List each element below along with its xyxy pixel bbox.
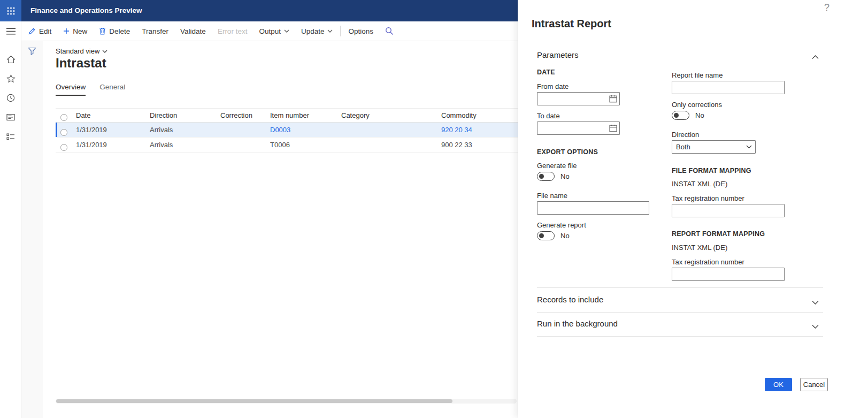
update-menu-label: Update (301, 27, 325, 35)
hamburger-icon (6, 28, 16, 35)
to-date-input[interactable] (537, 121, 620, 135)
output-menu-label: Output (259, 27, 281, 35)
intrastat-report-dialog: ? Intrastat Report Parameters DATE From … (518, 0, 868, 418)
nav-modules-button[interactable] (0, 127, 21, 146)
validate-button[interactable]: Validate (174, 21, 212, 41)
cell-item-number[interactable]: T0006 (270, 138, 290, 153)
report-tax-registration-input[interactable] (672, 268, 785, 281)
toolbar-search-button[interactable] (379, 21, 400, 41)
generate-report-toggle[interactable] (537, 231, 555, 240)
nav-home-button[interactable] (0, 50, 21, 69)
column-header-item-number[interactable]: Item number (270, 109, 309, 123)
direction-select[interactable]: Both (672, 140, 756, 154)
direction-label: Direction (672, 131, 699, 139)
main-content: Standard view Intrastat Overview General… (43, 41, 518, 418)
file-name-field-wrap (537, 201, 649, 215)
chevron-up-icon (812, 55, 819, 59)
search-icon (385, 27, 394, 35)
file-format-name: INSTAT XML (DE) (672, 180, 727, 188)
collapse-parameters-button[interactable] (812, 52, 819, 62)
intrastat-grid: Date Direction Correction Item number Ca… (56, 108, 518, 153)
nav-workspaces-button[interactable] (0, 108, 21, 127)
update-menu-button[interactable]: Update (295, 21, 339, 41)
only-corrections-toggle[interactable] (672, 111, 689, 120)
scrollbar-thumb[interactable] (56, 399, 452, 403)
file-tax-registration-label: Tax registration number (672, 194, 744, 202)
expand-run-background-button[interactable] (812, 321, 819, 331)
column-header-direction[interactable]: Direction (150, 109, 177, 123)
help-icon[interactable]: ? (824, 2, 829, 13)
chevron-down-icon (746, 145, 752, 149)
transfer-button[interactable]: Transfer (136, 21, 174, 41)
plus-icon (63, 28, 70, 34)
parameters-right-column: Report file name Only corrections No Dir… (672, 64, 785, 300)
view-selector[interactable]: Standard view (56, 47, 107, 55)
section-divider (537, 336, 823, 337)
group-date-label: DATE (537, 69, 555, 76)
table-row[interactable]: 1/31/2019 Arrivals T0006 900 22 33 (56, 138, 518, 153)
table-row[interactable]: 1/31/2019 Arrivals D0003 920 20 34 (56, 123, 518, 138)
rail-spacer (0, 41, 21, 50)
ok-button[interactable]: OK (765, 378, 792, 391)
left-nav-rail (0, 21, 21, 418)
generate-file-toggle[interactable] (537, 172, 555, 181)
hamburger-button[interactable] (0, 21, 21, 41)
column-header-commodity[interactable]: Commodity (441, 109, 477, 123)
waffle-menu-button[interactable] (0, 0, 21, 21)
file-tax-registration-field-wrap (672, 204, 785, 217)
edit-button[interactable]: Edit (22, 21, 57, 41)
cell-date: 1/31/2019 (76, 123, 107, 138)
section-divider (537, 287, 823, 288)
section-parameters[interactable]: Parameters (537, 50, 579, 59)
cell-commodity[interactable]: 900 22 33 (441, 138, 472, 153)
new-button[interactable]: New (57, 21, 93, 41)
report-file-name-input[interactable] (672, 81, 785, 94)
calendar-icon[interactable] (609, 124, 617, 132)
file-name-input[interactable] (537, 201, 649, 215)
row-checkbox[interactable] (60, 129, 67, 136)
app-title[interactable]: Finance and Operations Preview (30, 0, 142, 21)
commodity-link[interactable]: 920 20 34 (441, 123, 472, 138)
filter-pane-strip (21, 41, 43, 418)
view-selector-label: Standard view (56, 47, 99, 55)
item-number-link[interactable]: D0003 (270, 123, 290, 138)
expand-records-button[interactable] (812, 297, 819, 307)
cancel-button[interactable]: Cancel (800, 378, 828, 391)
horizontal-scrollbar[interactable] (56, 399, 517, 404)
generate-file-value: No (560, 172, 570, 180)
filter-funnel-icon (28, 47, 36, 55)
row-checkbox[interactable] (60, 144, 67, 151)
column-header-category[interactable]: Category (341, 109, 370, 123)
column-header-correction[interactable]: Correction (220, 109, 252, 123)
section-records-to-include[interactable]: Records to include (537, 295, 603, 304)
report-format-name: INSTAT XML (DE) (672, 244, 727, 252)
nav-favorites-button[interactable] (0, 69, 21, 88)
nav-recent-button[interactable] (0, 88, 21, 108)
calendar-icon[interactable] (609, 95, 617, 103)
only-corrections-label: Only corrections (672, 101, 722, 109)
select-all-checkbox[interactable] (60, 114, 67, 121)
parameters-left-column: DATE From date To date (537, 64, 650, 268)
chevron-down-icon (812, 324, 819, 329)
column-header-date[interactable]: Date (76, 109, 90, 123)
to-date-field-wrap (537, 121, 620, 135)
tab-general[interactable]: General (99, 83, 125, 96)
output-menu-button[interactable]: Output (253, 21, 295, 41)
from-date-input[interactable] (537, 92, 620, 105)
cell-date: 1/31/2019 (76, 138, 107, 153)
section-run-in-background[interactable]: Run in the background (537, 319, 618, 328)
delete-button[interactable]: Delete (93, 21, 136, 41)
edit-button-label: Edit (39, 27, 51, 35)
file-tax-registration-input[interactable] (672, 204, 785, 217)
report-tax-registration-field-wrap (672, 268, 785, 281)
tab-strip: Overview General (56, 83, 125, 96)
tab-overview[interactable]: Overview (56, 83, 86, 96)
cell-direction: Arrivals (150, 138, 173, 153)
filter-pane-button[interactable] (21, 41, 43, 60)
chevron-down-icon (327, 29, 333, 33)
dialog-title: Intrastat Report (532, 18, 611, 30)
generate-report-value: No (560, 232, 570, 240)
options-button[interactable]: Options (342, 21, 379, 41)
star-icon (6, 74, 16, 83)
group-file-format-mapping-label: FILE FORMAT MAPPING (672, 167, 751, 174)
